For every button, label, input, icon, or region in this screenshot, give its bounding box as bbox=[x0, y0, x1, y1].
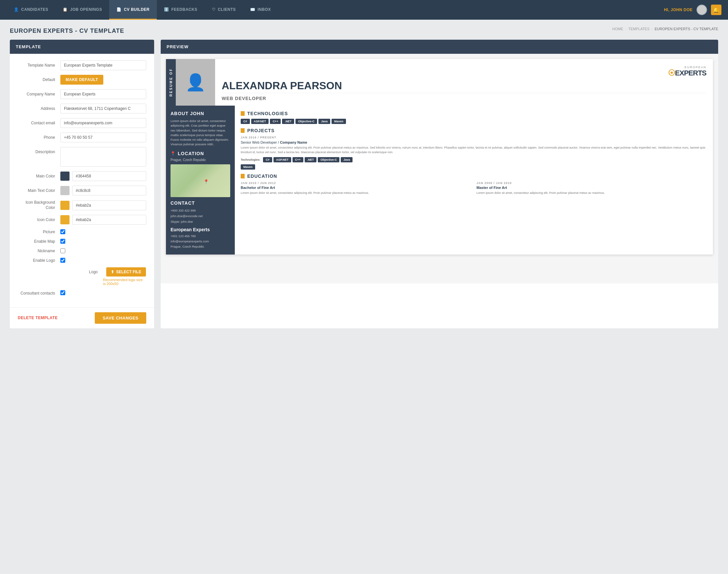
cv-tech-tags: C# ASP.NET C++ .NET Objective-C Java Mav… bbox=[241, 119, 707, 124]
nav-item-feedbacks[interactable]: ℹ️ FEEDBACKS bbox=[157, 0, 205, 20]
nav-item-clients[interactable]: ♡ CLIENTS bbox=[205, 0, 243, 20]
default-label: Default bbox=[18, 77, 60, 82]
cv-company-details: +001 123 456 789 info@europeanexperts.co… bbox=[171, 234, 230, 249]
main-color-swatch[interactable] bbox=[60, 171, 70, 181]
address-row: Address bbox=[18, 104, 146, 114]
cv-edu1-date: JAN 2010 / JUN 2012 bbox=[241, 181, 471, 184]
cv-left-col: ABOUT JOHN Lorem ipsum dolor sit amet, c… bbox=[166, 106, 235, 254]
cv-main: ABOUT JOHN Lorem ipsum dolor sit amet, c… bbox=[166, 106, 713, 254]
cv-contact-title: CONTACT bbox=[171, 200, 230, 206]
tag-cpp: C++ bbox=[270, 119, 281, 124]
nav-item-candidates[interactable]: 👤 CANDIDATES bbox=[7, 0, 55, 20]
cv-top: RESUME OF 👤 EUROPEAN ⦿EXPERTS bbox=[166, 59, 713, 106]
nav-item-cv-builder[interactable]: 📄 CV BUILDER bbox=[109, 0, 157, 20]
cv-edu2-degree: Master of Fine Art bbox=[476, 186, 707, 190]
enable-logo-label: Enable Logo bbox=[18, 258, 60, 263]
job-openings-icon: 📋 bbox=[62, 7, 68, 12]
cv-resume-strip: RESUME OF bbox=[166, 59, 176, 106]
template-panel-header: TEMPLATE bbox=[10, 40, 154, 54]
cv-photo: 👤 bbox=[176, 59, 215, 106]
cv-projects-section-title: PROJECTS bbox=[241, 128, 707, 133]
preview-body: RESUME OF 👤 EUROPEAN ⦿EXPERTS bbox=[161, 54, 718, 283]
nav-item-job-openings[interactable]: 📋 JOB OPENINGS bbox=[55, 0, 109, 20]
cv-about-title: ABOUT JOHN bbox=[171, 111, 230, 116]
cv-edu1-text: Lorem ipsum dolor sit amet, consectetur … bbox=[241, 191, 471, 196]
tag-csharp: C# bbox=[241, 119, 250, 124]
main-color-input[interactable] bbox=[72, 171, 146, 181]
cv-project-tech-tags-row2: Maven bbox=[241, 164, 707, 170]
clients-icon: ♡ bbox=[212, 7, 216, 12]
nickname-checkbox[interactable] bbox=[60, 248, 65, 253]
picture-label: Picture bbox=[18, 230, 60, 234]
cv-location-title: 📍 LOCATION bbox=[171, 151, 230, 156]
proj-tag-java: Java bbox=[341, 157, 352, 162]
feedbacks-icon: ℹ️ bbox=[164, 7, 169, 12]
select-file-button[interactable]: ⬆ SELECT FILE bbox=[106, 267, 146, 277]
contact-email-input[interactable] bbox=[60, 118, 146, 128]
address-input[interactable] bbox=[60, 104, 146, 114]
cv-project-tech: Technologies: C# ASP.NET C++ .NET Object… bbox=[241, 157, 707, 162]
projects-section-bar bbox=[241, 128, 245, 133]
tag-aspnet: ASP.NET bbox=[251, 119, 269, 124]
cv-project-tech-tags: C# ASP.NET C++ .NET Objective-C Java bbox=[263, 157, 352, 162]
main-text-color-swatch[interactable] bbox=[60, 186, 70, 195]
phone-row: Phone bbox=[18, 132, 146, 142]
nav-item-inbox[interactable]: ✉️ INBOX bbox=[243, 0, 278, 20]
icon-bg-color-field bbox=[60, 200, 146, 210]
icon-color-input[interactable] bbox=[72, 215, 146, 225]
enable-logo-checkbox[interactable] bbox=[60, 258, 65, 263]
cv-name-block: EUROPEAN ⦿EXPERTS ALEXANDRA PEARSON WEB … bbox=[215, 59, 713, 106]
consultant-contacts-checkbox[interactable] bbox=[60, 290, 65, 295]
main-text-color-field bbox=[60, 186, 146, 196]
address-label: Address bbox=[18, 106, 60, 111]
page-title: EUROPEN EXPERTS - CV TEMPLATE bbox=[10, 28, 718, 34]
avatar[interactable] bbox=[696, 5, 707, 15]
icon-bg-color-swatch[interactable] bbox=[60, 201, 70, 210]
tag-java: Java bbox=[318, 119, 330, 124]
breadcrumb: HOME › TEMPLATES › EUROPEN EXPERTS - CV … bbox=[612, 27, 718, 31]
cv-photo-placeholder-icon: 👤 bbox=[185, 73, 206, 92]
user-greeting: HI, JOHN DOE bbox=[664, 7, 693, 12]
cv-logo: EUROPEAN ⦿EXPERTS bbox=[222, 66, 706, 77]
proj-tag-net: .NET bbox=[305, 157, 317, 162]
description-input[interactable] bbox=[60, 147, 146, 167]
cv-edu1-degree: Bachelor of Fine Art bbox=[241, 186, 471, 190]
make-default-button[interactable]: MAKE DEFAULT bbox=[60, 75, 103, 85]
notification-bell[interactable]: 🔔 bbox=[711, 5, 721, 15]
company-name-label: Company Name bbox=[18, 92, 60, 96]
inbox-icon: ✉️ bbox=[250, 7, 255, 12]
cv-builder-icon: 📄 bbox=[117, 7, 122, 12]
save-changes-button[interactable]: SAVE CHANGES bbox=[95, 312, 146, 324]
enable-map-label: Enable Map bbox=[18, 239, 60, 244]
cv-map-image bbox=[171, 164, 230, 197]
main-layout: TEMPLATE Template Name Default MAKE DEFA… bbox=[10, 40, 718, 328]
cv-about-text: Lorem ipsum dolor sit amet, consectetur … bbox=[171, 119, 230, 147]
picture-row: Picture bbox=[18, 229, 146, 234]
phone-input[interactable] bbox=[60, 132, 146, 142]
cv-right-col: TECHNOLOGIES C# ASP.NET C++ .NET Objecti… bbox=[235, 106, 713, 254]
cv-contact-info: +800 333 422 999 john.doe@evocode.net Sk… bbox=[171, 208, 230, 224]
delete-template-button[interactable]: DELETE TEMPLATE bbox=[18, 316, 58, 320]
template-panel-footer: DELETE TEMPLATE SAVE CHANGES bbox=[10, 308, 154, 328]
cv-edu2-text: Lorem ipsum dolor sit amet, consectetur … bbox=[476, 191, 707, 196]
template-name-input[interactable] bbox=[60, 60, 146, 70]
phone-label: Phone bbox=[18, 135, 60, 140]
page-content: EUROPEN EXPERTS - CV TEMPLATE HOME › TEM… bbox=[0, 20, 728, 336]
icon-color-swatch[interactable] bbox=[60, 215, 70, 224]
consultant-contacts-row: Consultant contacts bbox=[18, 290, 146, 296]
icon-color-row: Icon Color bbox=[18, 215, 146, 225]
main-text-color-input[interactable] bbox=[72, 186, 146, 196]
cv-edu-col-1: JAN 2010 / JUN 2012 Bachelor of Fine Art… bbox=[241, 181, 471, 196]
cv-map: 📍 bbox=[171, 164, 230, 197]
enable-map-checkbox[interactable] bbox=[60, 239, 65, 244]
icon-bg-color-row: Icon Background Color bbox=[18, 200, 146, 210]
main-color-row: Main Color bbox=[18, 171, 146, 181]
picture-checkbox[interactable] bbox=[60, 229, 65, 234]
edu-section-bar bbox=[241, 174, 245, 178]
icon-bg-color-label: Icon Background Color bbox=[18, 200, 60, 210]
template-panel: TEMPLATE Template Name Default MAKE DEFA… bbox=[10, 40, 154, 328]
description-row: Description bbox=[18, 147, 146, 167]
template-form: Template Name Default MAKE DEFAULT Compa… bbox=[10, 54, 154, 308]
company-name-input[interactable] bbox=[60, 89, 146, 99]
icon-bg-color-input[interactable] bbox=[72, 200, 146, 210]
